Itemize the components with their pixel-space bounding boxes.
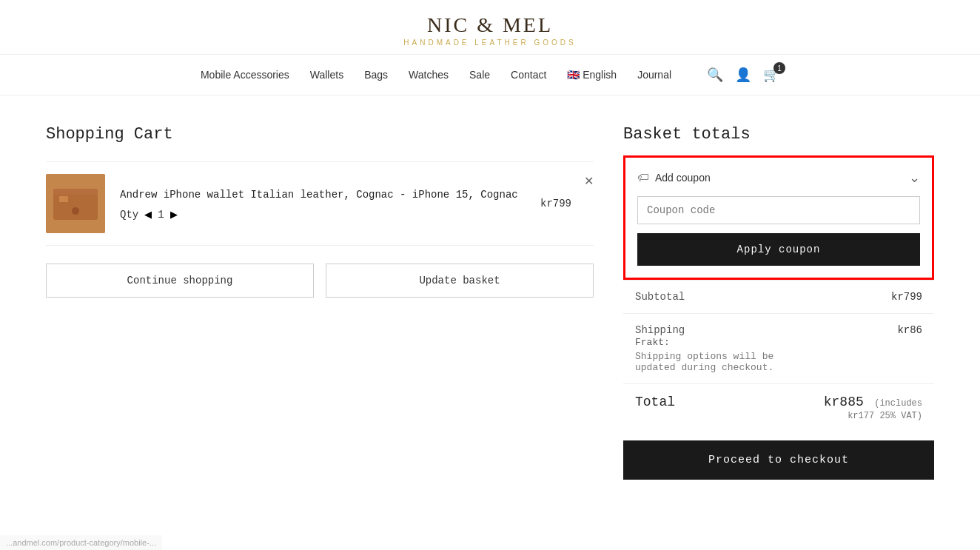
logo-name: NIC & MEL bbox=[0, 13, 980, 37]
svg-rect-4 bbox=[59, 196, 68, 202]
continue-shopping-button[interactable]: Continue shopping bbox=[46, 264, 314, 298]
nav-bags[interactable]: Bags bbox=[364, 69, 388, 81]
logo-sub: HANDMADE LEATHER GOODS bbox=[0, 38, 980, 47]
nav-language[interactable]: 🇬🇧 English bbox=[567, 69, 617, 81]
qty-label: Qty bbox=[120, 209, 138, 221]
shipping-row: Shipping Frakt: Shipping options will be… bbox=[623, 314, 934, 384]
total-label-cell: Total bbox=[623, 384, 802, 432]
cart-item-image bbox=[46, 174, 105, 233]
nav-sale[interactable]: Sale bbox=[469, 69, 490, 81]
shipping-cell: Shipping Frakt: Shipping options will be… bbox=[623, 314, 802, 384]
total-label: Total bbox=[635, 395, 675, 409]
coupon-header[interactable]: 🏷 Add coupon ⌄ bbox=[637, 170, 920, 186]
nav-watches[interactable]: Watches bbox=[409, 69, 449, 81]
svg-point-3 bbox=[72, 207, 79, 215]
coupon-section: 🏷 Add coupon ⌄ Apply coupon bbox=[623, 155, 934, 280]
totals-table: Subtotal kr799 Shipping Frakt: Shipping … bbox=[623, 280, 934, 432]
cart-item-name: Andrew iPhone wallet Italian leather, Co… bbox=[120, 187, 526, 203]
basket-totals-section: Basket totals 🏷 Add coupon ⌄ Apply coupo… bbox=[623, 125, 934, 480]
subtotal-value: kr799 bbox=[802, 281, 934, 314]
nav-icons: 🔍 👤 🛒 1 bbox=[707, 67, 779, 83]
cart-item-qty: Qty ◀ 1 ▶ bbox=[120, 209, 526, 221]
qty-value: 1 bbox=[158, 209, 164, 221]
coupon-label: 🏷 Add coupon bbox=[637, 171, 711, 184]
nav-mobile-accessories[interactable]: Mobile Accessories bbox=[201, 69, 289, 81]
shipping-sublabel: Frakt: Shipping options will be updated … bbox=[635, 337, 790, 373]
logo[interactable]: NIC & MEL HANDMADE LEATHER GOODS bbox=[0, 13, 980, 47]
cart-icon-wrap[interactable]: 🛒 1 bbox=[763, 67, 779, 83]
nav-contact[interactable]: Contact bbox=[511, 69, 546, 81]
nav-wallets[interactable]: Wallets bbox=[310, 69, 343, 81]
account-icon[interactable]: 👤 bbox=[735, 67, 751, 83]
cart-title: Shopping Cart bbox=[46, 125, 594, 144]
coupon-inner: 🏷 Add coupon ⌄ Apply coupon bbox=[625, 158, 932, 278]
subtotal-row: Subtotal kr799 bbox=[623, 281, 934, 314]
cart-item-details: Andrew iPhone wallet Italian leather, Co… bbox=[120, 187, 526, 221]
update-basket-button[interactable]: Update basket bbox=[326, 264, 594, 298]
qty-decrease[interactable]: ◀ bbox=[144, 209, 152, 220]
nav-journal[interactable]: Journal bbox=[637, 69, 671, 81]
qty-increase[interactable]: ▶ bbox=[170, 209, 178, 220]
remove-item-button[interactable]: ✕ bbox=[584, 174, 594, 188]
coupon-chevron-icon: ⌄ bbox=[909, 170, 920, 186]
coupon-input[interactable] bbox=[637, 196, 920, 224]
shipping-label: Shipping bbox=[635, 324, 685, 336]
total-value-cell: kr885 (includes kr177 25% VAT) bbox=[802, 384, 934, 432]
svg-rect-2 bbox=[53, 189, 98, 195]
total-amount: kr885 bbox=[824, 395, 864, 409]
proceed-to-checkout-button[interactable]: Proceed to checkout bbox=[623, 440, 934, 480]
shipping-note: Shipping options will be updated during … bbox=[635, 351, 790, 373]
cart-actions: Continue shopping Update basket bbox=[46, 264, 594, 298]
cart-item-price: kr799 bbox=[540, 198, 594, 209]
apply-coupon-button[interactable]: Apply coupon bbox=[637, 233, 920, 266]
subtotal-label: Subtotal bbox=[623, 281, 802, 314]
site-header: NIC & MEL HANDMADE LEATHER GOODS bbox=[0, 0, 980, 55]
search-icon[interactable]: 🔍 bbox=[707, 67, 723, 83]
shipping-value: kr86 bbox=[802, 314, 934, 384]
cart-item: Andrew iPhone wallet Italian leather, Co… bbox=[46, 161, 594, 246]
add-coupon-label: Add coupon bbox=[655, 172, 711, 184]
coupon-tag-icon: 🏷 bbox=[637, 171, 649, 184]
basket-totals-title: Basket totals bbox=[623, 125, 934, 144]
main-nav: Mobile Accessories Wallets Bags Watches … bbox=[0, 55, 980, 95]
shopping-cart-section: Shopping Cart Andrew iPhone wallet Itali… bbox=[46, 125, 594, 480]
main-container: Shopping Cart Andrew iPhone wallet Itali… bbox=[1, 95, 979, 509]
total-row: Total kr885 (includes kr177 25% VAT) bbox=[623, 384, 934, 432]
cart-badge: 1 bbox=[773, 62, 785, 74]
